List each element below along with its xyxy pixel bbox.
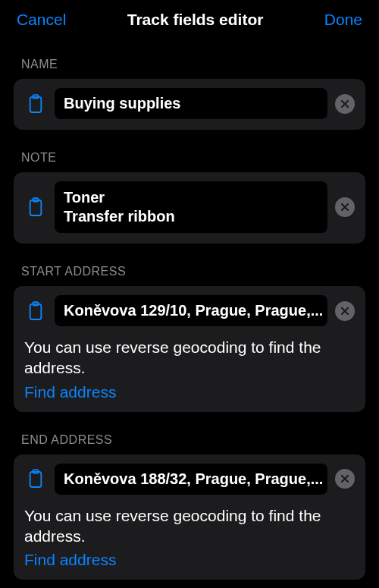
svg-rect-6 [30, 472, 42, 487]
done-button[interactable]: Done [324, 11, 362, 29]
svg-rect-4 [30, 303, 42, 319]
end-address-input[interactable]: Koněvova 188/32, Prague, Prague,... [55, 464, 327, 495]
note-panel: Toner Transfer ribbon [14, 172, 365, 244]
name-input[interactable]: Buying supplies [55, 88, 327, 119]
start-address-panel: Koněvova 129/10, Prague, Prague,... You … [14, 286, 365, 412]
start-address-helper: You can use reverse geocoding to find th… [24, 337, 355, 379]
note-input-row: Toner Transfer ribbon [24, 181, 355, 233]
name-panel: Buying supplies [14, 79, 365, 130]
start-address-label: START ADDRESS [14, 260, 365, 286]
clipboard-icon[interactable] [24, 300, 47, 322]
find-end-address-link[interactable]: Find address [24, 551, 355, 569]
end-address-label: END ADDRESS [14, 429, 365, 454]
clear-note-button[interactable] [335, 197, 355, 217]
clear-end-address-button[interactable] [335, 469, 355, 489]
name-input-row: Buying supplies [24, 88, 355, 119]
close-icon [340, 307, 349, 316]
start-address-input-row: Koněvova 129/10, Prague, Prague,... [24, 295, 355, 326]
close-icon [340, 99, 349, 108]
end-address-panel: Koněvova 188/32, Prague, Prague,... You … [14, 454, 365, 580]
end-address-helper: You can use reverse geocoding to find th… [24, 505, 355, 547]
start-address-input[interactable]: Koněvova 129/10, Prague, Prague,... [55, 295, 327, 326]
clipboard-icon[interactable] [24, 468, 47, 489]
clear-start-address-button[interactable] [335, 301, 355, 321]
note-input[interactable]: Toner Transfer ribbon [55, 181, 327, 233]
section-end-address: END ADDRESS Koněvova 188/32, Prague, Pra… [14, 429, 365, 580]
clear-name-button[interactable] [335, 94, 355, 114]
close-icon [340, 203, 349, 212]
end-address-input-row: Koněvova 188/32, Prague, Prague,... [24, 464, 355, 495]
clipboard-icon[interactable] [24, 93, 47, 115]
section-name: NAME Buying supplies [14, 53, 365, 130]
page-title: Track fields editor [66, 11, 324, 29]
close-icon [340, 474, 349, 483]
name-label: NAME [14, 53, 365, 79]
cancel-button[interactable]: Cancel [17, 11, 66, 29]
clipboard-icon[interactable] [24, 197, 47, 218]
svg-rect-2 [30, 200, 42, 215]
svg-rect-0 [30, 96, 42, 112]
note-label: NOTE [14, 146, 365, 172]
find-start-address-link[interactable]: Find address [24, 383, 355, 401]
section-note: NOTE Toner Transfer ribbon [14, 146, 365, 244]
header: Cancel Track fields editor Done [0, 0, 379, 39]
section-start-address: START ADDRESS Koněvova 129/10, Prague, P… [14, 260, 365, 412]
